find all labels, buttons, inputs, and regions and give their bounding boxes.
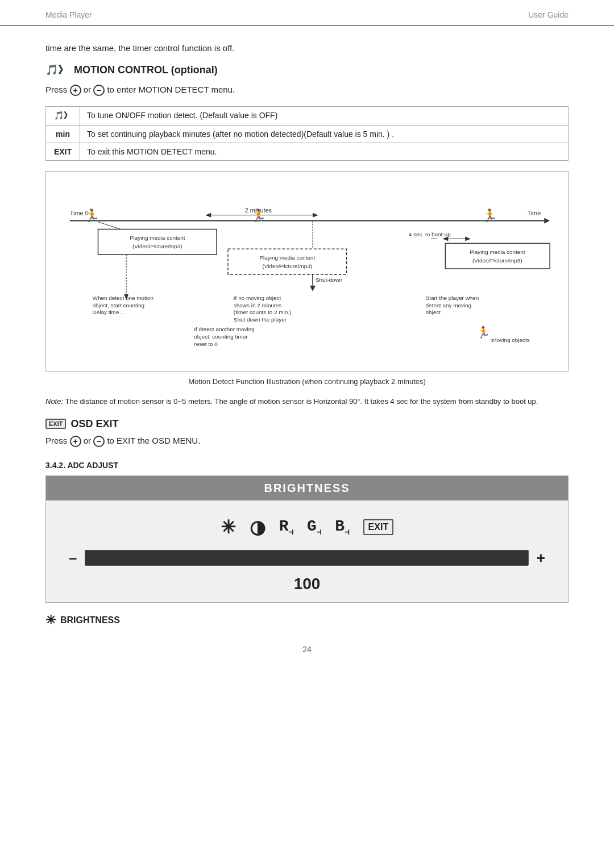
brightness-footer-label: BRIGHTNESS bbox=[60, 615, 120, 625]
note-content: The distance of motion sensor is 0~5 met… bbox=[65, 397, 538, 406]
table-row: 🎵》 To tune ON/OFF motion detect. (Defaul… bbox=[46, 107, 569, 126]
page-number: 24 bbox=[45, 645, 569, 654]
brightness-plus-button[interactable]: + bbox=[537, 549, 545, 567]
motion-info-table: 🎵》 To tune ON/OFF motion detect. (Defaul… bbox=[45, 106, 569, 161]
svg-text:(Video/Picture/mp3): (Video/Picture/mp3) bbox=[472, 257, 522, 264]
row3-label: EXIT bbox=[46, 143, 80, 161]
page-header: Media Player User Guide bbox=[0, 0, 614, 26]
svg-text:4 sec. to boot-up: 4 sec. to boot-up bbox=[409, 231, 451, 237]
note-text: Note: The distance of motion sensor is 0… bbox=[45, 396, 569, 408]
svg-text:🏃: 🏃 bbox=[251, 208, 267, 223]
svg-text:Playing  media content: Playing media content bbox=[470, 249, 525, 255]
r-label: R⊣ bbox=[279, 518, 293, 537]
intro-text: time are the same, the timer control fun… bbox=[45, 43, 569, 53]
svg-text:reset to 0: reset to 0 bbox=[194, 341, 218, 347]
svg-text:(Video/Picture/mp3): (Video/Picture/mp3) bbox=[262, 263, 312, 269]
svg-text:When detect one motion: When detect one motion bbox=[93, 295, 154, 301]
svg-text:Time: Time bbox=[527, 210, 541, 216]
motion-diagram-svg: Time 0 Time 2 minutes 🏃 🏃 🏃 Playing medi… bbox=[53, 181, 561, 362]
svg-text:Delay time…: Delay time… bbox=[93, 310, 125, 316]
svg-text:🏃: 🏃 bbox=[84, 208, 100, 223]
svg-text::Moving objects: :Moving objects bbox=[491, 337, 530, 343]
brightness-icons-row: ✳ ◑ R⊣ G⊣ B⊣ EXIT bbox=[46, 500, 568, 547]
svg-marker-6 bbox=[313, 213, 318, 218]
svg-text:If detect another moving: If detect another moving bbox=[194, 326, 254, 332]
exit-badge: EXIT bbox=[45, 419, 66, 429]
sun-icon: ✳ bbox=[221, 516, 236, 538]
contrast-icon: ◑ bbox=[250, 516, 265, 538]
brightness-value: 100 bbox=[46, 573, 568, 602]
svg-text:(timer counts to 2 min.): (timer counts to 2 min.) bbox=[234, 310, 291, 316]
motion-heading-text: MOTION CONTROL (optional) bbox=[74, 64, 218, 76]
svg-text:🏃: 🏃 bbox=[476, 326, 491, 339]
diagram-caption: Motion Detect Function Illustration (whe… bbox=[45, 377, 569, 386]
row1-label: 🎵》 bbox=[46, 107, 80, 126]
adc-heading: 3.4.2. ADC ADJUST bbox=[45, 461, 569, 470]
svg-text:Shut-down: Shut-down bbox=[316, 277, 342, 283]
osd-heading-text: OSD EXIT bbox=[70, 418, 118, 430]
header-left: Media Player bbox=[45, 10, 92, 19]
svg-text:(Video/Picture/mp3): (Video/Picture/mp3) bbox=[132, 243, 182, 249]
svg-marker-19 bbox=[310, 286, 316, 291]
svg-marker-8 bbox=[205, 213, 211, 218]
motion-diagram: Time 0 Time 2 minutes 🏃 🏃 🏃 Playing medi… bbox=[45, 171, 569, 372]
main-content: time are the same, the timer control fun… bbox=[0, 26, 614, 677]
table-row: min To set continuing playback minutes (… bbox=[46, 126, 569, 143]
plus-button-motion[interactable]: + bbox=[70, 85, 81, 96]
row1-text: To tune ON/OFF motion detect. (Default v… bbox=[80, 107, 569, 126]
svg-line-44 bbox=[98, 222, 121, 229]
svg-rect-15 bbox=[228, 249, 347, 274]
svg-rect-26 bbox=[445, 243, 550, 269]
svg-text:Shut down the player: Shut down the player bbox=[234, 316, 287, 323]
osd-heading: EXIT OSD EXIT bbox=[45, 418, 569, 430]
press-end: to enter MOTION DETECT menu. bbox=[107, 85, 235, 94]
osd-section: EXIT OSD EXIT Press + or − to EXIT the O… bbox=[45, 418, 569, 447]
brightness-title: BRIGHTNESS bbox=[46, 476, 568, 500]
note-label: Note: bbox=[45, 397, 63, 406]
row2-text: To set continuing playback minutes (afte… bbox=[80, 126, 569, 143]
brightness-minus-button[interactable]: – bbox=[69, 549, 77, 567]
svg-text:shows in 2 minutes: shows in 2 minutes bbox=[234, 302, 281, 308]
svg-text:object, counting timer: object, counting timer bbox=[194, 333, 248, 340]
osd-press-line: Press + or − to EXIT the OSD MENU. bbox=[45, 436, 569, 447]
row2-label: min bbox=[46, 126, 80, 143]
header-right: User Guide bbox=[528, 10, 569, 19]
svg-text:Start the player when: Start the player when bbox=[426, 295, 479, 301]
g-label: G⊣ bbox=[307, 518, 321, 537]
press-label: Press bbox=[45, 85, 70, 94]
exit-badge-brightness[interactable]: EXIT bbox=[363, 519, 394, 535]
osd-press-or: or bbox=[84, 436, 94, 445]
minus-button-osd[interactable]: − bbox=[93, 436, 105, 447]
brightness-footer-icon: ✳ bbox=[45, 613, 56, 628]
motion-icon: 🎵》 bbox=[45, 63, 68, 77]
table-row: EXIT To exit this MOTION DETECT menu. bbox=[46, 143, 569, 161]
press-or: or bbox=[84, 85, 94, 94]
svg-text:🏃: 🏃 bbox=[482, 208, 498, 223]
minus-button-motion[interactable]: − bbox=[93, 85, 105, 96]
brightness-footer: ✳ BRIGHTNESS bbox=[45, 613, 569, 628]
brightness-slider-track[interactable] bbox=[85, 550, 528, 566]
row3-text: To exit this MOTION DETECT menu. bbox=[80, 143, 569, 161]
svg-text:object, start counting: object, start counting bbox=[93, 302, 145, 308]
brightness-panel: BRIGHTNESS ✳ ◑ R⊣ G⊣ B⊣ EXIT – + 100 bbox=[45, 475, 569, 603]
motion-heading: 🎵》 MOTION CONTROL (optional) bbox=[45, 63, 569, 77]
svg-text:object: object bbox=[426, 310, 441, 316]
b-label: B⊣ bbox=[335, 518, 349, 537]
motion-press-line: Press + or − to enter MOTION DETECT menu… bbox=[45, 85, 569, 96]
brightness-slider-row: – + bbox=[46, 547, 568, 573]
svg-text:If no moving object: If no moving object bbox=[234, 295, 281, 301]
svg-rect-12 bbox=[98, 229, 217, 255]
svg-text:Playing  media content: Playing media content bbox=[259, 254, 315, 261]
svg-text:detect any moving: detect any moving bbox=[426, 302, 472, 308]
osd-press-label: Press bbox=[45, 436, 70, 445]
svg-marker-25 bbox=[465, 236, 471, 241]
osd-press-end: to EXIT the OSD MENU. bbox=[107, 436, 200, 445]
svg-text:Playing  media content: Playing media content bbox=[130, 235, 185, 241]
svg-marker-1 bbox=[544, 218, 550, 224]
plus-button-osd[interactable]: + bbox=[70, 436, 81, 447]
